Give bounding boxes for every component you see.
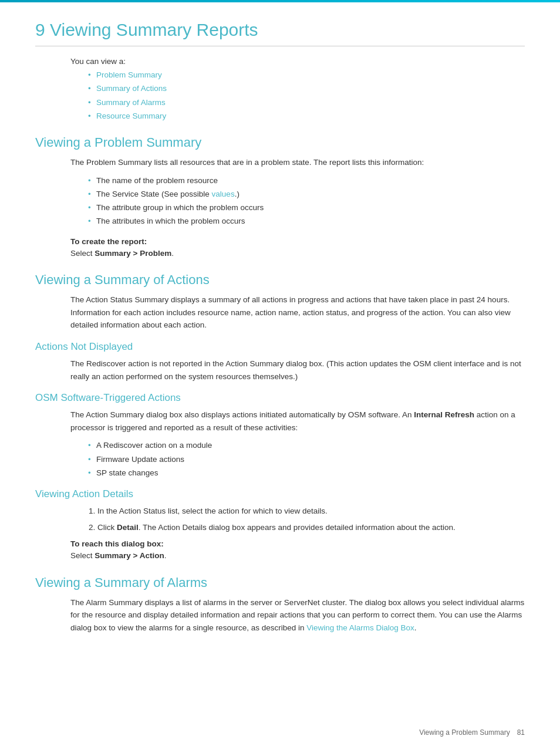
list-item: SP state changes xyxy=(88,467,525,479)
summary-alarms-body: The Alarm Summary displays a list of ala… xyxy=(70,596,525,634)
procedure-text-2: Select Summary > Action. xyxy=(70,549,525,562)
resource-summary-link[interactable]: Resource Summary xyxy=(96,112,166,120)
subsection-title-actions-not-displayed: Actions Not Displayed xyxy=(35,341,525,353)
list-item: The attribute group in which the problem… xyxy=(88,202,525,214)
procedure-label-1: To create the report: xyxy=(70,237,525,246)
list-item: Click Detail. The Action Details dialog … xyxy=(97,521,525,534)
action-details-steps: In the Action Status list, select the ac… xyxy=(88,505,525,534)
list-item: Resource Summary xyxy=(88,110,525,122)
problem-summary-list: The name of the problem resource The Ser… xyxy=(88,175,525,228)
list-item: The name of the problem resource xyxy=(88,175,525,187)
list-item: In the Action Status list, select the ac… xyxy=(97,505,525,518)
summary-actions-body: The Action Status Summary displays a sum… xyxy=(70,293,525,332)
osm-triggered-list: A Rediscover action on a module Firmware… xyxy=(88,440,525,479)
subsection-title-osm-triggered: OSM Software-Triggered Actions xyxy=(35,392,525,404)
intro-text: You can view a: xyxy=(70,57,525,66)
alarms-dialog-link[interactable]: Viewing the Alarms Dialog Box xyxy=(306,623,414,632)
section-title-summary-actions: Viewing a Summary of Actions xyxy=(35,272,525,288)
procedure-label-2: To reach this dialog box: xyxy=(70,539,525,548)
list-item: Firmware Update actions xyxy=(88,454,525,465)
chapter-title: 9 Viewing Summary Reports xyxy=(35,20,525,46)
list-item: The attributes in which the problem occu… xyxy=(88,215,525,227)
values-link[interactable]: values xyxy=(212,190,235,198)
section-title-summary-alarms: Viewing a Summary of Alarms xyxy=(35,575,525,590)
list-item: A Rediscover action on a module xyxy=(88,440,525,451)
list-item: The Service State (See possible values.) xyxy=(88,188,525,200)
footer: Viewing a Problem Summary 81 xyxy=(419,728,525,737)
problem-summary-body: The Problem Summary lists all resources … xyxy=(70,156,525,169)
intro-list: Problem Summary Summary of Actions Summa… xyxy=(88,69,525,122)
summary-alarms-link[interactable]: Summary of Alarms xyxy=(96,98,166,107)
actions-not-displayed-body: The Rediscover action is not reported in… xyxy=(70,357,525,383)
footer-right: 81 xyxy=(517,728,525,737)
problem-summary-link[interactable]: Problem Summary xyxy=(96,70,162,79)
procedure-text-1: Select Summary > Problem. xyxy=(70,247,525,260)
section-title-problem-summary: Viewing a Problem Summary xyxy=(35,135,525,150)
summary-actions-link[interactable]: Summary of Actions xyxy=(96,84,167,93)
list-item: Problem Summary xyxy=(88,69,525,81)
list-item: Summary of Alarms xyxy=(88,97,525,109)
osm-triggered-body: The Action Summary dialog box also displ… xyxy=(70,409,525,434)
subsection-title-action-details: Viewing Action Details xyxy=(35,488,525,500)
list-item: Summary of Actions xyxy=(88,83,525,94)
footer-left: Viewing a Problem Summary xyxy=(419,728,510,737)
